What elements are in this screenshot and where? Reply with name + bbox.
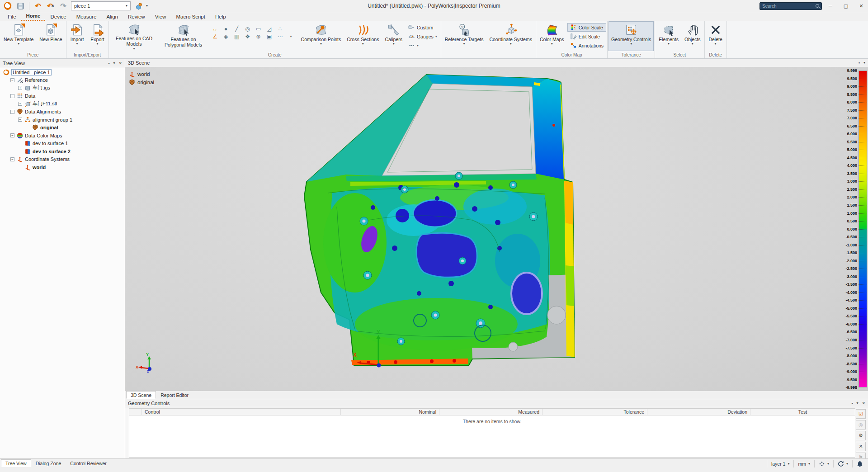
export-button[interactable]: Export▾ bbox=[88, 21, 108, 51]
undo-all-icon[interactable]: ↶✕ bbox=[46, 1, 56, 11]
app-logo-icon[interactable] bbox=[3, 1, 13, 11]
collapse-icon[interactable]: − bbox=[10, 110, 14, 114]
cross-sections-button[interactable]: Cross-Sections▾ bbox=[344, 21, 382, 51]
tree-item-world[interactable]: world bbox=[0, 163, 125, 171]
tab-3d-scene[interactable]: 3D Scene bbox=[126, 391, 156, 399]
wrench-icon[interactable]: ⚙ bbox=[856, 431, 866, 440]
plane-feature-icon[interactable]: ◈ bbox=[224, 34, 228, 39]
surface-feature-icon[interactable]: ❖ bbox=[245, 34, 250, 39]
slot-feature-icon[interactable]: ▭ bbox=[256, 26, 261, 32]
cylinder-feature-icon[interactable]: ▥ bbox=[234, 34, 239, 39]
toolbar-options-icon[interactable]: ▾ bbox=[146, 4, 148, 8]
collapse-icon[interactable]: − bbox=[10, 133, 14, 137]
save-icon[interactable] bbox=[15, 1, 25, 11]
column-control[interactable]: Control bbox=[142, 409, 341, 415]
annotations-button[interactable]: Annotations bbox=[567, 41, 606, 50]
tree-item-coordinate-systems[interactable]: −Coordinate Systems bbox=[0, 156, 125, 164]
point-cloud-feature-icon[interactable]: ∴ bbox=[278, 26, 282, 32]
minimize-button[interactable]: ─ bbox=[824, 0, 837, 12]
chevron-down-icon[interactable]: ▾ bbox=[290, 35, 292, 38]
chevron-down-icon[interactable]: ▾ bbox=[113, 61, 115, 65]
color-maps-button[interactable]: Color Maps▾ bbox=[537, 21, 567, 51]
menu-device[interactable]: Device bbox=[45, 13, 71, 21]
chevron-down-icon[interactable]: ▾ bbox=[856, 401, 858, 405]
notifications-button[interactable] bbox=[854, 460, 866, 468]
line-feature-icon[interactable]: ╱ bbox=[235, 26, 238, 32]
column-deviation[interactable]: Deviation bbox=[647, 409, 750, 415]
tree-item-untitled-piece-1[interactable]: Untitled - piece 1 bbox=[0, 68, 125, 76]
new-template-button[interactable]: New Template▾ bbox=[1, 21, 36, 51]
search-box[interactable] bbox=[760, 2, 822, 10]
distance-feature-icon[interactable]: ↔ bbox=[212, 26, 218, 32]
menu-measure[interactable]: Measure bbox=[71, 13, 102, 21]
scene-viewport[interactable]: world original bbox=[125, 67, 868, 391]
tree-item-data-alignments[interactable]: −Data Alignments bbox=[0, 108, 125, 116]
collapse-icon[interactable]: − bbox=[18, 118, 22, 122]
tab-tree-view[interactable]: Tree View bbox=[1, 459, 31, 467]
tree-item-dev-to-surface-1[interactable]: dev to surface 1 bbox=[0, 140, 125, 148]
tab-control-reviewer[interactable]: Control Reviewer bbox=[66, 459, 111, 467]
item-button[interactable]: ▾ bbox=[406, 41, 440, 50]
column-test[interactable]: Test bbox=[750, 409, 855, 415]
search-icon[interactable] bbox=[816, 4, 819, 8]
menu-view[interactable]: View bbox=[150, 13, 171, 21]
elements-button[interactable]: Elements▾ bbox=[656, 21, 681, 51]
control-checklist-icon[interactable]: ☑ bbox=[856, 409, 866, 419]
tree-item-alignment-group-1[interactable]: −alignment group 1 bbox=[0, 116, 125, 124]
scene-label-world[interactable]: world bbox=[129, 70, 154, 78]
tree-item-original[interactable]: original bbox=[0, 124, 125, 132]
close-icon[interactable]: ✕ bbox=[118, 61, 122, 66]
expand-icon[interactable]: + bbox=[18, 86, 22, 90]
tree-item-data[interactable]: −Data bbox=[0, 92, 125, 100]
close-icon[interactable]: ✕ bbox=[862, 401, 865, 406]
menu-macro-script[interactable]: Macro Script bbox=[171, 13, 210, 21]
pin-icon[interactable]: ▪ bbox=[851, 401, 853, 406]
menu-review[interactable]: Review bbox=[123, 13, 150, 21]
column-tolerance[interactable]: Tolerance bbox=[542, 409, 647, 415]
search-input[interactable] bbox=[762, 4, 814, 9]
sphere-feature-icon[interactable]: ⊕ bbox=[256, 34, 261, 39]
refresh-options[interactable]: ▾ bbox=[835, 460, 851, 468]
tree-item-reference[interactable]: −Reference bbox=[0, 76, 125, 85]
collapse-icon[interactable]: − bbox=[10, 78, 14, 82]
angle-feature-icon[interactable]: ∠ bbox=[212, 34, 217, 39]
tab-report-editor[interactable]: Report Editor bbox=[156, 391, 193, 399]
point-feature-icon[interactable]: ● bbox=[224, 26, 227, 32]
layer-selector[interactable]: layer 1 ▾ bbox=[768, 460, 793, 468]
collapse-icon[interactable]: − bbox=[10, 157, 14, 161]
color-scale[interactable]: 9.9999.5009.0008.5008.0007.5007.0006.500… bbox=[851, 67, 868, 391]
pin-icon[interactable]: ▪ bbox=[859, 61, 860, 65]
custom-button[interactable]: Custom bbox=[406, 23, 440, 32]
tree-item-车门-igs[interactable]: +车门.igs bbox=[0, 84, 125, 92]
tab-dialog-zone[interactable]: Dialog Zone bbox=[31, 459, 66, 467]
circle-feature-icon[interactable]: ◎ bbox=[245, 26, 250, 32]
tree-item-车门f11-stl[interactable]: +车门F11.stl bbox=[0, 100, 125, 108]
tree-item-dev-to-surface-2[interactable]: dev to surface 2 bbox=[0, 147, 125, 156]
calipers-button[interactable]: Calipers▾ bbox=[382, 21, 405, 51]
import-button[interactable]: Import▾ bbox=[67, 21, 87, 51]
delete-button[interactable]: Delete▾ bbox=[706, 21, 726, 51]
delete-icon[interactable]: ✕ bbox=[856, 442, 866, 451]
collapse-icon[interactable]: − bbox=[10, 94, 14, 98]
menu-home[interactable]: Home bbox=[21, 12, 46, 21]
column-nominal[interactable]: Nominal bbox=[341, 409, 439, 415]
column-measured[interactable]: Measured bbox=[439, 409, 542, 415]
undo-icon[interactable]: ↶ bbox=[33, 1, 43, 11]
features-on-polygonal-models-button[interactable]: Features on Polygonal Models bbox=[159, 21, 208, 51]
column-icon[interactable] bbox=[129, 409, 142, 415]
edit-scale-button[interactable]: Edit Scale bbox=[567, 32, 606, 41]
more-feature-icon[interactable]: ⋯ bbox=[278, 34, 283, 39]
piece-info-icon[interactable] bbox=[133, 1, 143, 11]
point-display-options[interactable]: ▾ bbox=[816, 460, 832, 468]
gauges-button[interactable]: Gauges▾ bbox=[406, 32, 440, 41]
geometry-controls-button[interactable]: Geometry Controls▾ bbox=[609, 21, 654, 51]
expand-icon[interactable]: + bbox=[18, 102, 22, 106]
box-feature-icon[interactable]: ▣ bbox=[267, 34, 272, 39]
maximize-button[interactable]: ▢ bbox=[839, 0, 853, 12]
menu-help[interactable]: Help bbox=[210, 13, 231, 21]
pin-icon[interactable]: ▪ bbox=[108, 61, 109, 66]
new-piece-button[interactable]: New Piece bbox=[37, 21, 65, 51]
polyline-feature-icon[interactable]: ◿ bbox=[267, 26, 271, 32]
menu-align[interactable]: Align bbox=[101, 13, 123, 21]
reference-targets-button[interactable]: AIReference Targets▾ bbox=[442, 21, 486, 51]
